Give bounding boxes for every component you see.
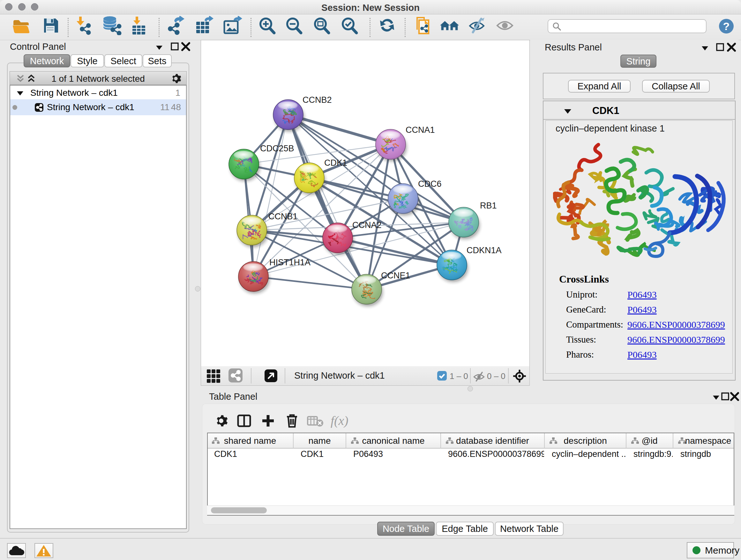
svg-text:CDKN1A: CDKN1A xyxy=(467,246,502,255)
svg-text:CDC6: CDC6 xyxy=(418,179,442,189)
svg-text:RB1: RB1 xyxy=(480,201,497,210)
svg-text:CCNB2: CCNB2 xyxy=(302,95,332,105)
svg-text:CCNA2: CCNA2 xyxy=(352,220,382,230)
svg-text:CCNB1: CCNB1 xyxy=(268,212,298,221)
svg-text:CCNA1: CCNA1 xyxy=(406,125,435,135)
svg-text:HIST1H1A: HIST1H1A xyxy=(269,258,311,267)
svg-text:CDK1: CDK1 xyxy=(324,158,347,168)
svg-text:CDC25B: CDC25B xyxy=(260,144,294,153)
svg-text:CCNE1: CCNE1 xyxy=(381,271,410,280)
